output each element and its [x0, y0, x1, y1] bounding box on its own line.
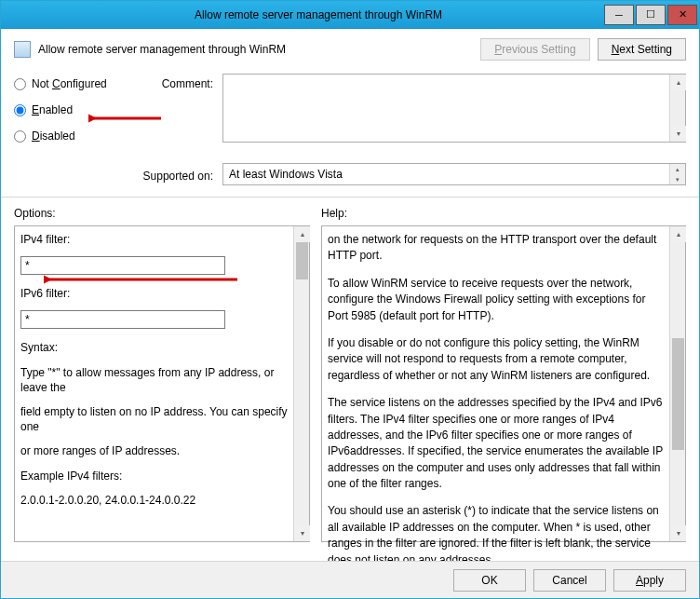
syntax-label: Syntax: — [20, 340, 288, 355]
maximize-button[interactable]: ☐ — [636, 5, 666, 25]
ipv6-filter-input[interactable] — [20, 310, 225, 329]
comment-scrollbar[interactable]: ▴▾ — [669, 75, 685, 142]
help-label: Help: — [321, 207, 347, 220]
supported-on-value: At least Windows Vista — [229, 168, 343, 181]
apply-button[interactable]: Apply — [613, 569, 686, 592]
help-panel: on the network for requests on the HTTP … — [321, 225, 686, 542]
close-button[interactable]: ✕ — [667, 5, 697, 25]
help-paragraph: on the network for requests on the HTTP … — [328, 232, 664, 265]
ok-button[interactable]: OK — [453, 569, 526, 592]
radio-enabled-input[interactable] — [14, 104, 26, 116]
syntax-text-2: field empty to listen on no IP address. … — [20, 404, 288, 434]
minimize-button[interactable]: ─ — [604, 5, 634, 25]
options-label: Options: — [14, 207, 321, 220]
supported-scrollbar[interactable]: ▴▾ — [669, 164, 685, 184]
previous-setting-button: Previous Setting — [480, 38, 589, 61]
titlebar: Allow remote server management through W… — [1, 1, 699, 29]
supported-on-label: Supported on: — [139, 166, 222, 183]
radio-not-configured[interactable]: Not Configured — [14, 77, 139, 90]
ipv4-filter-label: IPv4 filter: — [20, 232, 288, 247]
radio-disabled-input[interactable] — [14, 130, 26, 143]
options-panel: IPv4 filter: IPv6 filter: Syntax: Type "… — [14, 225, 310, 542]
policy-editor-window: Allow remote server management through W… — [0, 0, 700, 599]
example-label: Example IPv4 filters: — [20, 469, 288, 483]
supported-on-field: At least Windows Vista ▴▾ — [222, 163, 686, 185]
radio-not-configured-input[interactable] — [14, 78, 26, 90]
ipv4-filter-input[interactable] — [20, 256, 225, 275]
radio-disabled[interactable]: Disabled — [14, 129, 139, 143]
policy-icon — [14, 41, 31, 58]
help-scrollbar[interactable]: ▴ ▾ — [669, 226, 685, 541]
options-scrollbar[interactable]: ▴ ▾ — [293, 226, 309, 541]
ipv6-filter-label: IPv6 filter: — [20, 286, 288, 301]
help-paragraph: The service listens on the addresses spe… — [328, 395, 664, 492]
policy-title: Allow remote server management through W… — [38, 43, 480, 56]
cancel-button[interactable]: Cancel — [533, 569, 606, 592]
help-paragraph: To allow WinRM service to receive reques… — [328, 276, 664, 324]
help-paragraph: You should use an asterisk (*) to indica… — [328, 503, 664, 568]
dialog-footer: OK Cancel Apply — [1, 561, 699, 598]
window-title: Allow remote server management through W… — [33, 8, 604, 21]
comment-label: Comment: — [139, 74, 222, 90]
comment-textarea[interactable]: ▴▾ — [222, 74, 686, 143]
help-paragraph: If you disable or do not configure this … — [328, 335, 664, 384]
syntax-text-1: Type "*" to allow messages from any IP a… — [20, 365, 288, 395]
next-setting-button[interactable]: Next Setting — [598, 38, 686, 61]
syntax-text-3: or more ranges of IP addresses. — [20, 443, 288, 458]
example-value: 2.0.0.1-2.0.0.20, 24.0.0.1-24.0.0.22 — [20, 493, 288, 508]
radio-enabled[interactable]: Enabled — [14, 103, 139, 116]
